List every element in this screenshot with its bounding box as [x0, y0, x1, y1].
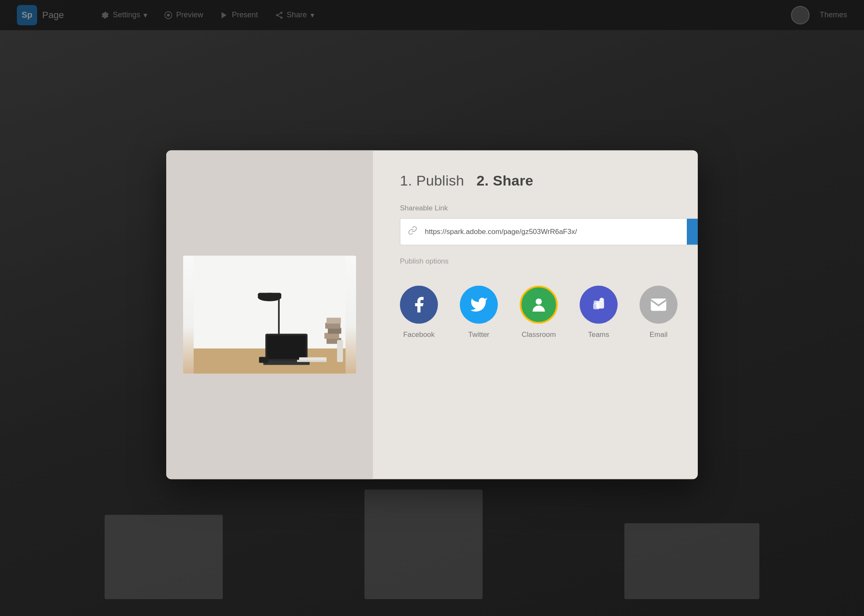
link-row: https://spark.adobe.com/page/gz503WrR6aF… [400, 218, 698, 245]
facebook-circle [400, 285, 438, 323]
twitter-icon [470, 295, 488, 314]
svg-rect-9 [258, 293, 281, 297]
twitter-circle [460, 285, 498, 323]
modal-title: 1. Publish 2. Share [400, 172, 698, 188]
svg-rect-15 [328, 328, 341, 334]
share-options-row: Facebook Twitter Clas [400, 285, 698, 339]
bg-block-2 [364, 490, 483, 599]
bg-block-1 [105, 515, 223, 599]
step1-label: 1. Publish [400, 172, 464, 188]
classroom-circle [520, 285, 558, 323]
facebook-label: Facebook [403, 330, 435, 339]
svg-point-26 [594, 300, 597, 304]
teams-label: Teams [588, 330, 609, 339]
svg-rect-19 [259, 357, 268, 363]
svg-rect-17 [327, 317, 341, 323]
share-teams[interactable]: Teams [580, 285, 618, 339]
share-email[interactable]: Email [640, 285, 678, 339]
chain-link-icon [408, 226, 417, 235]
step2-label: 2. Share [477, 172, 534, 188]
svg-rect-14 [324, 333, 339, 339]
svg-point-22 [536, 298, 542, 304]
publish-options-link[interactable]: Publish options [400, 257, 698, 265]
svg-point-25 [599, 298, 604, 302]
facebook-icon [410, 295, 428, 314]
share-facebook[interactable]: Facebook [400, 285, 438, 339]
page-preview-image [183, 256, 356, 374]
email-label: Email [650, 330, 668, 339]
svg-rect-18 [337, 340, 343, 362]
share-classroom[interactable]: Classroom [520, 285, 558, 339]
svg-rect-16 [325, 323, 340, 328]
teams-icon [589, 295, 608, 314]
svg-rect-11 [267, 335, 306, 359]
modal-preview-panel [166, 150, 373, 479]
svg-rect-21 [297, 360, 327, 362]
publish-share-modal: × 1. Publish 2. Share Shareable Link htt… [166, 150, 698, 479]
desk-illustration [183, 256, 356, 374]
modal-content-panel: × 1. Publish 2. Share Shareable Link htt… [373, 150, 698, 479]
teams-circle [580, 285, 618, 323]
desk-scene-svg [183, 256, 356, 374]
classroom-label: Classroom [521, 330, 556, 339]
share-twitter[interactable]: Twitter [460, 285, 498, 339]
twitter-label: Twitter [468, 330, 489, 339]
classroom-icon [529, 295, 548, 314]
email-icon [649, 295, 668, 314]
shareable-link-label: Shareable Link [400, 204, 698, 212]
email-circle [640, 285, 678, 323]
copy-button[interactable]: Copy [687, 218, 698, 245]
shareable-url: https://spark.adobe.com/page/gz503WrR6aF… [425, 227, 687, 236]
link-icon [400, 226, 425, 237]
bg-block-3 [624, 523, 759, 599]
